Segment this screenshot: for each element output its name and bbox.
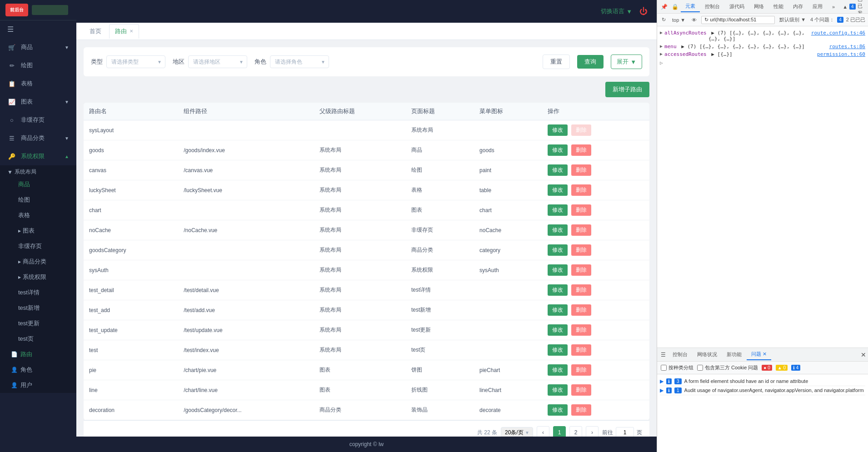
- sidebar-sub-test-add[interactable]: test新增: [4, 300, 76, 316]
- issues-tab-close-icon[interactable]: ✕: [763, 351, 767, 357]
- modify-button[interactable]: 修改: [548, 224, 568, 236]
- delete-button[interactable]: 删除: [571, 244, 591, 256]
- devtools-tab-application[interactable]: 应用: [808, 1, 827, 12]
- devtools-bottom-close-button[interactable]: ✕: [861, 351, 866, 358]
- modify-button[interactable]: 修改: [548, 124, 568, 136]
- sidebar-item-user[interactable]: 👤 用户: [0, 377, 76, 393]
- tab-route[interactable]: 路由 ✕: [109, 24, 139, 39]
- sidebar-sub-test-update[interactable]: test更新: [4, 316, 76, 331]
- modify-button[interactable]: 修改: [548, 244, 568, 256]
- devtools-tab-sources[interactable]: 源代码: [725, 1, 749, 12]
- sidebar-sub-chart[interactable]: ▶图表: [4, 223, 76, 238]
- devtools-bottom-menu-icon[interactable]: ☰: [659, 350, 668, 360]
- sidebar-item-goods[interactable]: 🛒 商品 ▼: [0, 38, 76, 56]
- role-select[interactable]: 请选择角色: [270, 55, 329, 68]
- delete-button[interactable]: 删除: [571, 144, 591, 156]
- reset-button[interactable]: 重置: [543, 55, 570, 69]
- sidebar-item-canvas[interactable]: ✏ 绘图: [0, 56, 76, 75]
- tab-home[interactable]: 首页: [84, 24, 107, 39]
- delete-button[interactable]: 删除: [571, 164, 591, 176]
- devtools-tab-network[interactable]: 网络: [749, 1, 768, 12]
- sidebar-sub-goods[interactable]: 商品: [4, 177, 76, 192]
- devtools-refresh-icon[interactable]: ↻: [660, 16, 668, 24]
- sidebar-sub-goods-category[interactable]: ▶商品分类: [4, 254, 76, 269]
- devtools-bottom-tab-console[interactable]: 控制台: [668, 349, 692, 360]
- delete-button[interactable]: 删除: [571, 224, 591, 236]
- issue-1-expand[interactable]: ▶: [660, 378, 663, 384]
- expand-arrow-icon[interactable]: ▶: [660, 44, 663, 49]
- sidebar-sub-canvas[interactable]: 绘图: [4, 192, 76, 208]
- devtools-url-input[interactable]: [701, 16, 775, 24]
- delete-button[interactable]: 删除: [571, 404, 591, 416]
- devtools-top-label[interactable]: top ▼: [670, 16, 687, 24]
- modify-button[interactable]: 修改: [548, 264, 568, 276]
- region-select[interactable]: 请选择地区: [188, 55, 247, 68]
- delete-button[interactable]: 删除: [571, 264, 591, 276]
- type-select[interactable]: 请选择类型: [106, 55, 165, 68]
- devtools-tab-console[interactable]: 控制台: [700, 1, 724, 12]
- devtools-level-label[interactable]: 默认级别 ▼: [778, 15, 808, 24]
- prev-page-button[interactable]: ‹: [537, 426, 549, 437]
- menu-toggle[interactable]: ☰: [0, 20, 76, 38]
- power-button[interactable]: ⏻: [639, 7, 648, 16]
- query-button[interactable]: 查询: [577, 55, 604, 69]
- modify-button[interactable]: 修改: [548, 324, 568, 336]
- modify-button[interactable]: 修改: [548, 304, 568, 316]
- delete-button[interactable]: 删除: [571, 384, 591, 396]
- devtools-tab-performance[interactable]: 性能: [769, 1, 788, 12]
- modify-button[interactable]: 修改: [548, 384, 568, 396]
- devtools-eye-icon[interactable]: 👁: [690, 16, 698, 24]
- add-child-route-button[interactable]: 新增子路由: [605, 82, 649, 97]
- lang-switch[interactable]: 切换语言 ▼: [601, 7, 632, 15]
- delete-button[interactable]: 删除: [571, 324, 591, 336]
- sidebar-item-sysauth[interactable]: 🔑 系统权限 ▲: [0, 147, 76, 165]
- sidebar-item-nocache[interactable]: ○ 非缓存页: [0, 111, 76, 129]
- delete-button[interactable]: 删除: [571, 344, 591, 356]
- devtools-bottom-tab-network[interactable]: 网络状况: [693, 349, 722, 360]
- devtools-triangle[interactable]: ▷: [660, 58, 865, 68]
- route-config-link[interactable]: route.config.ts:46: [811, 30, 865, 36]
- sidebar-item-chart[interactable]: 📈 图表 ▼: [0, 93, 76, 111]
- page-size-select[interactable]: 20条/页 10条/页 50条/页: [501, 427, 533, 437]
- modify-button[interactable]: 修改: [548, 284, 568, 296]
- expand-button[interactable]: 展开 ▼: [611, 55, 642, 69]
- devtools-tab-elements[interactable]: 元素: [681, 1, 700, 12]
- next-page-button[interactable]: ›: [586, 426, 599, 437]
- devtools-tab-more[interactable]: »: [828, 2, 839, 11]
- tab-close-icon[interactable]: ✕: [130, 29, 133, 34]
- devtools-bottom-tab-new[interactable]: 新功能: [722, 349, 746, 360]
- devtools-bottom-tab-issues[interactable]: 问题 ✕: [747, 349, 771, 360]
- routes-ts-link[interactable]: routes.ts:86: [829, 44, 865, 50]
- sidebar-item-route[interactable]: 📄 路由: [0, 347, 76, 362]
- modify-button[interactable]: 修改: [548, 404, 568, 416]
- modify-button[interactable]: 修改: [548, 344, 568, 356]
- page-1-button[interactable]: 1: [553, 426, 566, 437]
- sidebar-sub-table[interactable]: 表格: [4, 208, 76, 223]
- sidebar-sub-test[interactable]: test页: [4, 331, 76, 347]
- group-by-kind-checkbox[interactable]: 按种类分组: [661, 364, 693, 371]
- expand-arrow-icon[interactable]: ▶: [660, 51, 663, 56]
- go-page-input[interactable]: [616, 427, 634, 437]
- sidebar-sub-sysauth[interactable]: ▶系统权限: [4, 269, 76, 285]
- issue-2-expand[interactable]: ▶: [660, 387, 663, 393]
- permission-ts-link[interactable]: permission.ts:60: [817, 51, 865, 57]
- modify-button[interactable]: 修改: [548, 184, 568, 196]
- delete-button[interactable]: 删除: [571, 204, 591, 216]
- devtools-dots-icon[interactable]: ⋮: [866, 3, 868, 10]
- page-2-button[interactable]: 2: [569, 426, 582, 437]
- devtools-pin-icon[interactable]: 📌: [659, 2, 669, 12]
- modify-button[interactable]: 修改: [548, 144, 568, 156]
- modify-button[interactable]: 修改: [548, 164, 568, 176]
- devtools-tab-memory[interactable]: 内存: [788, 1, 808, 12]
- delete-button[interactable]: 删除: [571, 124, 591, 136]
- sidebar-item-table[interactable]: 📋 表格: [0, 75, 76, 93]
- modify-button[interactable]: 修改: [548, 204, 568, 216]
- delete-button[interactable]: 删除: [571, 364, 591, 376]
- sidebar-sub-nocache[interactable]: 非缓存页: [4, 238, 76, 254]
- modify-button[interactable]: 修改: [548, 364, 568, 376]
- delete-button[interactable]: 删除: [571, 304, 591, 316]
- delete-button[interactable]: 删除: [571, 184, 591, 196]
- devtools-lock-icon[interactable]: 🔒: [670, 2, 680, 12]
- delete-button[interactable]: 删除: [571, 284, 591, 296]
- sidebar-item-goods-category[interactable]: ☰ 商品分类 ▼: [0, 129, 76, 147]
